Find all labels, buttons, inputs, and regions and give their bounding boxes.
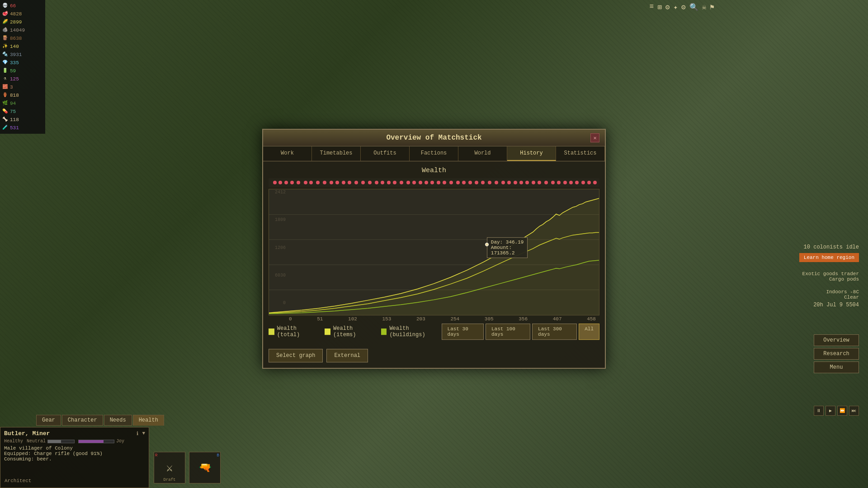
close-button[interactable]: ✕ xyxy=(590,133,599,142)
event-dot xyxy=(323,181,326,184)
time-filter-last30[interactable]: Last 30 days xyxy=(442,324,484,340)
event-dot xyxy=(368,181,372,184)
hud-icon-3[interactable]: ⚙ xyxy=(665,3,670,12)
bottom-tabs[interactable]: GearCharacterNeedsHealth xyxy=(36,415,164,426)
event-dot xyxy=(425,181,428,184)
bottom-tab-gear[interactable]: Gear xyxy=(36,415,61,426)
event-dot xyxy=(495,181,498,184)
hud-icon-1[interactable]: ≡ xyxy=(650,3,654,12)
resource-item: 🌽2899 xyxy=(2,18,43,26)
resource-value: 75 xyxy=(10,108,16,116)
resource-item: 💎335 xyxy=(2,59,43,67)
event-dot xyxy=(481,181,485,184)
resource-value: 66 xyxy=(10,2,16,10)
menu-button[interactable]: Menu xyxy=(814,361,859,373)
x-label: 153 xyxy=(382,316,392,322)
hud-icon-4[interactable]: ✦ xyxy=(673,3,678,12)
resource-item: 🪵8638 xyxy=(2,34,43,42)
research-button[interactable]: Research xyxy=(814,348,859,360)
event-dot xyxy=(468,181,472,184)
resource-item: 🧱3 xyxy=(2,83,43,91)
tab-world[interactable]: World xyxy=(458,146,507,161)
event-dot xyxy=(375,181,378,184)
resource-item: ⚗️125 xyxy=(2,75,43,83)
resource-value: 4828 xyxy=(10,10,22,18)
event-dot xyxy=(525,181,529,184)
weapon-icon: ⚔ xyxy=(166,461,173,474)
overview-button[interactable]: Overview xyxy=(814,334,859,346)
select_graph-button[interactable]: Select graph xyxy=(269,349,323,362)
resource-value: 118 xyxy=(10,116,19,124)
character-menu-icon[interactable]: ▼ xyxy=(142,431,145,436)
hud-icon-6[interactable]: ☠ xyxy=(702,3,707,12)
joy-bar-container: Joy xyxy=(78,439,124,444)
time-filter-all[interactable]: All xyxy=(579,324,599,340)
joy-bar xyxy=(78,440,114,443)
event-dot xyxy=(297,181,300,184)
event-dot xyxy=(361,181,365,184)
hud-icon-5[interactable]: ⚙ xyxy=(681,3,686,12)
time-filter-last300[interactable]: Last 300 days xyxy=(532,324,577,340)
tab-statistics[interactable]: Statistics xyxy=(556,146,605,161)
event-dot xyxy=(342,181,345,184)
bottom-tab-needs[interactable]: Needs xyxy=(104,415,132,426)
resource-icon: ⚗️ xyxy=(2,76,8,82)
resource-icon: 🦴 xyxy=(2,117,8,123)
event-dot xyxy=(381,181,384,184)
event-dot xyxy=(304,181,307,184)
character-info-icon[interactable]: ℹ xyxy=(137,431,138,436)
tab-history[interactable]: History xyxy=(507,146,556,161)
tab-outfits[interactable]: Outfits xyxy=(361,146,410,161)
hud-icon-search[interactable]: 🔍 xyxy=(689,3,698,12)
event-dot xyxy=(551,181,555,184)
tab-timetables[interactable]: Timetables xyxy=(312,146,361,161)
pause-button[interactable]: ⏸ xyxy=(814,406,824,416)
time-filter-last100[interactable]: Last 100 days xyxy=(486,324,530,340)
event-dot xyxy=(488,181,491,184)
x-label: 356 xyxy=(519,316,528,322)
resource-item: 🏺818 xyxy=(2,91,43,99)
tab-work[interactable]: Work xyxy=(263,146,312,161)
bottom-tab-character[interactable]: Character xyxy=(62,415,103,426)
resource-item: 🌿94 xyxy=(2,99,43,108)
resource-value: 94 xyxy=(10,99,16,108)
armor-slot: B 🔫 xyxy=(189,452,221,483)
draft-label: Draft xyxy=(163,478,175,482)
speed-controls[interactable]: ⏸ ▶ ⏩ ⏭ xyxy=(814,406,859,416)
svg-marker-4 xyxy=(269,198,599,315)
legend-label-total: Wealth (total) xyxy=(277,325,317,338)
x-label: 51 xyxy=(317,316,323,322)
event-dot xyxy=(532,181,535,184)
resource-value: 59 xyxy=(10,67,16,75)
hud-icon-2[interactable]: ⊞ xyxy=(657,3,662,12)
resource-icon: ✨ xyxy=(2,43,8,50)
character-consuming: Consuming: beer. xyxy=(4,456,145,462)
time-filters[interactable]: Last 30 daysLast 100 daysLast 300 daysAl… xyxy=(442,324,599,340)
event-dot xyxy=(501,181,505,184)
cargo-pods-label: Cargo pods xyxy=(802,277,859,282)
play-button[interactable]: ▶ xyxy=(826,406,835,416)
learn-home-button[interactable]: Learn home region xyxy=(799,253,859,262)
action-buttons[interactable]: Select graphExternal xyxy=(269,349,599,362)
tab-factions[interactable]: Factions xyxy=(410,146,458,161)
right-nav-buttons[interactable]: Overview Research Menu xyxy=(814,334,859,373)
event-dot xyxy=(456,181,460,184)
event-dot xyxy=(278,181,282,184)
chart-title: Wealth xyxy=(269,167,599,174)
resource-item: 💊75 xyxy=(2,108,43,116)
x-label: 458 xyxy=(587,316,596,322)
hud-icon-7[interactable]: ⚑ xyxy=(710,3,714,12)
event-dot xyxy=(406,181,410,184)
resource-icon: 💎 xyxy=(2,60,8,66)
resource-value: 140 xyxy=(10,42,19,51)
faster-button[interactable]: ⏭ xyxy=(849,406,859,416)
dialog-title: Overview of Matchstick xyxy=(278,134,590,142)
right-info-panel: Exotic goods trader Cargo pods Indoors -… xyxy=(802,271,859,308)
resource-item: 🔩3931 xyxy=(2,51,43,59)
event-dot xyxy=(519,181,523,184)
fast-forward-button[interactable]: ⏩ xyxy=(837,406,847,416)
resource-panel: 💀66🥩4828🌽2899🪨14049🪵8638✨140🔩3931💎335🔋59… xyxy=(0,0,45,134)
joy-label: Joy xyxy=(116,439,124,444)
external-button[interactable]: External xyxy=(326,349,368,362)
bottom-tab-health[interactable]: Health xyxy=(133,415,164,426)
